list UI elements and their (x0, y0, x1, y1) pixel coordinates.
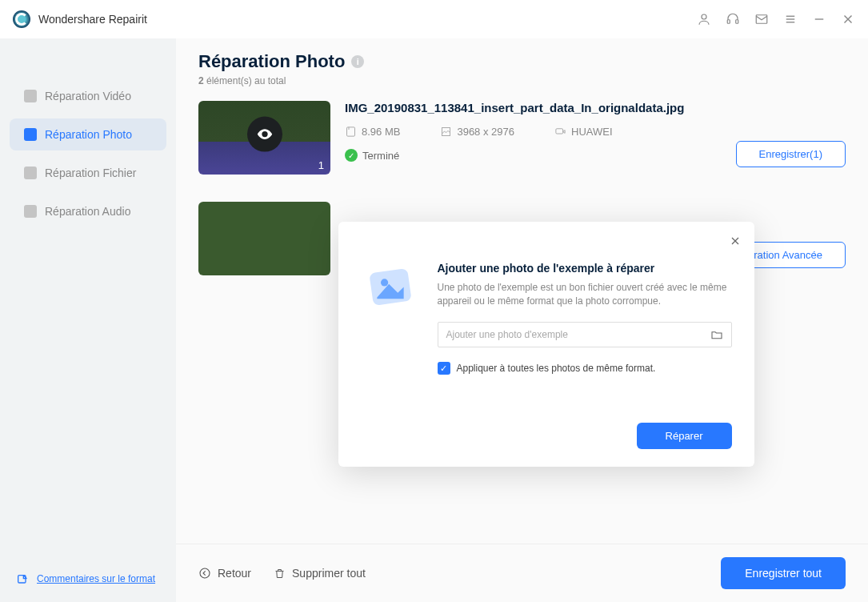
save-all-button[interactable]: Enregistrer tout (721, 557, 846, 589)
app-logo (13, 10, 30, 28)
file-size: 8.96 MB (345, 126, 400, 138)
user-icon[interactable] (697, 12, 711, 26)
title-bar: Wondershare Repairit (0, 0, 868, 38)
headset-icon[interactable] (726, 12, 740, 26)
file-input-placeholder: Ajouter une photo d'exemple (446, 329, 568, 340)
sample-file-input[interactable]: Ajouter une photo d'exemple (438, 322, 732, 347)
check-icon: ✓ (345, 149, 358, 162)
sidebar-item-audio[interactable]: Réparation Audio (10, 195, 166, 227)
svg-point-0 (702, 14, 706, 19)
sidebar-item-photo[interactable]: Réparation Photo (10, 118, 166, 150)
sidebar-item-label: Réparation Fichier (45, 167, 136, 179)
thumbnail-badge: 1 (318, 159, 324, 171)
file-device: HUAWEI (554, 126, 613, 138)
bottom-bar: Retour Supprimer tout Enregistrer tout (176, 544, 868, 602)
close-button[interactable] (841, 12, 855, 26)
thumbnail[interactable] (198, 202, 330, 275)
main-content: Réparation Photo i 2 élément(s) au total… (176, 38, 868, 602)
folder-icon (710, 328, 723, 341)
sidebar-item-label: Réparation Audio (45, 205, 130, 218)
apply-all-checkbox[interactable]: ✓ (438, 362, 450, 375)
back-button[interactable]: Retour (198, 567, 251, 580)
delete-all-button[interactable]: Supprimer tout (274, 567, 366, 580)
svg-rect-14 (556, 129, 563, 134)
file-name: IMG_20190831_113841_insert_part_data_In_… (345, 101, 722, 114)
svg-rect-2 (736, 20, 738, 24)
feedback-link[interactable]: Commentaires sur le format (37, 573, 155, 586)
repair-button[interactable]: Réparer (637, 423, 732, 449)
modal-description: Une photo de l'exemple est un bon fichie… (438, 281, 732, 308)
svg-rect-3 (756, 15, 767, 24)
sidebar-item-label: Réparation Photo (45, 128, 132, 141)
modal-title: Ajouter une photo de l'exemple à réparer (438, 262, 732, 275)
menu-icon[interactable] (783, 12, 798, 26)
thumbnail[interactable]: 1 (198, 101, 330, 175)
svg-point-15 (200, 568, 210, 578)
svg-point-19 (380, 279, 387, 286)
page-subtitle: 2 élément(s) au total (198, 75, 846, 86)
audio-icon (24, 205, 37, 218)
sample-photo-modal: Ajouter une photo de l'exemple à réparer… (338, 222, 754, 468)
file-dimensions: 3968 x 2976 (440, 126, 514, 138)
status-row: ✓ Terminé (345, 149, 722, 162)
page-title: Réparation Photo i (198, 51, 846, 72)
photo-icon (24, 128, 37, 141)
save-item-button[interactable]: Enregistrer(1) (736, 141, 846, 167)
sample-image-icon (361, 262, 420, 321)
sidebar-item-file[interactable]: Réparation Fichier (10, 157, 166, 189)
video-icon (24, 90, 37, 102)
minimize-button[interactable] (812, 12, 826, 26)
sidebar: Réparation Vidéo Réparation Photo Répara… (0, 38, 176, 602)
photo-item: 1 IMG_20190831_113841_insert_part_data_I… (198, 101, 846, 175)
preview-icon (247, 117, 282, 152)
sidebar-item-video[interactable]: Réparation Vidéo (10, 80, 166, 112)
info-icon[interactable]: i (351, 55, 364, 68)
sidebar-item-label: Réparation Vidéo (45, 90, 131, 102)
checkbox-label: Appliquer à toutes les photos de même fo… (457, 363, 656, 374)
app-title: Wondershare Repairit (38, 13, 147, 26)
svg-rect-1 (727, 20, 730, 24)
modal-close-button[interactable] (729, 235, 742, 247)
svg-rect-11 (347, 127, 355, 136)
feedback-icon (16, 573, 29, 586)
mail-icon[interactable] (754, 12, 769, 26)
file-icon (24, 167, 37, 179)
